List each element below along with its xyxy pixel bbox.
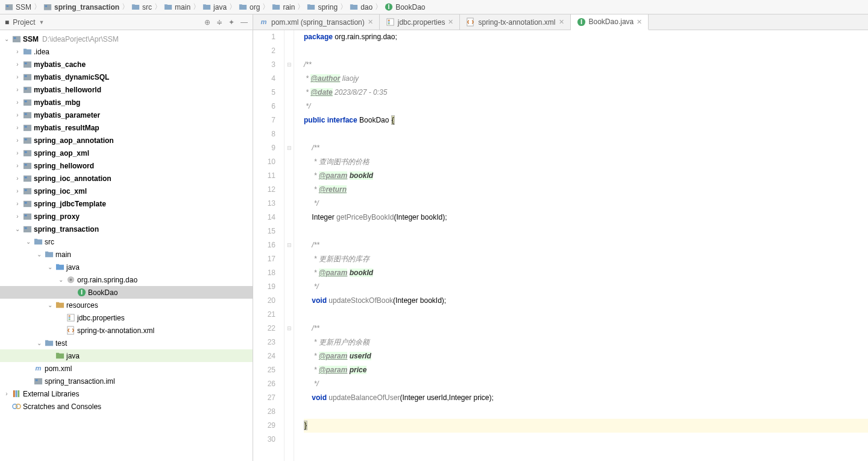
code-line[interactable] <box>304 433 868 447</box>
tab-spring-tx-annotation-xml[interactable]: spring-tx-annotation.xml✕ <box>460 14 570 30</box>
breadcrumb-item[interactable]: rain <box>272 3 295 11</box>
expand-arrow-icon[interactable]: › <box>13 162 22 169</box>
breadcrumb-item[interactable]: BookDao <box>385 3 425 11</box>
breadcrumb-item[interactable]: dao <box>350 3 373 11</box>
expand-arrow-icon[interactable]: ⌄ <box>46 264 54 270</box>
hide-icon[interactable]: — <box>241 18 248 27</box>
code-line[interactable]: * @author liaojy <box>304 72 868 86</box>
settings-icon[interactable]: ✦ <box>228 18 234 27</box>
expand-arrow-icon[interactable]: › <box>13 188 22 194</box>
expand-arrow-icon[interactable]: ⌄ <box>46 302 54 308</box>
tree-item-java[interactable]: ⌄java <box>0 261 253 273</box>
breadcrumb-item[interactable]: spring_transaction <box>43 3 119 11</box>
code-line[interactable]: * @date 2023/8/27 - 0:35 <box>304 86 868 100</box>
code-line[interactable]: * 更新用户的余额 <box>304 335 868 349</box>
breadcrumb-item[interactable]: src <box>131 3 152 11</box>
fold-handle[interactable]: ⊟ <box>285 58 294 72</box>
tree-item-spring-jdbctemplate[interactable]: ›spring_jdbcTemplate <box>0 197 253 210</box>
tree-item-pom-xml[interactable]: ›pom.xml <box>0 362 253 375</box>
expand-arrow-icon[interactable]: › <box>13 61 22 68</box>
expand-arrow-icon[interactable]: › <box>13 200 22 207</box>
tree-item-mybatis-mbg[interactable]: ›mybatis_mbg <box>0 96 253 109</box>
tree-item-src[interactable]: ⌄src <box>0 235 253 248</box>
breadcrumb-item[interactable]: spring <box>307 3 338 11</box>
close-icon[interactable]: ✕ <box>559 18 564 26</box>
tree-item-external-libraries[interactable]: ›External Libraries <box>0 387 253 400</box>
code-line[interactable]: } <box>304 419 868 433</box>
expand-arrow-icon[interactable]: › <box>13 124 22 131</box>
code-line[interactable]: /** <box>304 322 868 335</box>
code-line[interactable]: * @param bookId <box>304 169 868 183</box>
code-line[interactable]: /** <box>304 141 868 155</box>
tree-item-spring-tx-annotation-xml[interactable]: ›spring-tx-annotation.xml <box>0 324 253 337</box>
code-content[interactable]: package org.rain.spring.dao;/** * @autho… <box>294 30 868 461</box>
code-line[interactable]: package org.rain.spring.dao; <box>304 30 868 44</box>
tree-item-org-rain-spring-dao[interactable]: ⌄org.rain.spring.dao <box>0 273 253 286</box>
code-line[interactable] <box>304 127 868 141</box>
tree-item-spring-transaction-iml[interactable]: ›spring_transaction.iml <box>0 375 253 387</box>
tab-pom-xml--spring-transaction-[interactable]: pom.xml (spring_transaction)✕ <box>253 14 380 30</box>
tree-item-spring-ioc-xml[interactable]: ›spring_ioc_xml <box>0 185 253 197</box>
breadcrumb-item[interactable]: java <box>203 3 227 11</box>
expand-arrow-icon[interactable]: › <box>13 137 22 144</box>
code-line[interactable]: */ <box>304 280 868 294</box>
code-line[interactable]: /** <box>304 238 868 252</box>
expand-arrow-icon[interactable]: ⌄ <box>57 276 65 283</box>
fold-handle[interactable]: ⊟ <box>285 322 294 335</box>
tree-item-resources[interactable]: ⌄resources <box>0 299 253 311</box>
close-icon[interactable]: ✕ <box>368 18 373 26</box>
fold-handle[interactable]: ⊟ <box>285 238 294 252</box>
project-dropdown[interactable]: ■ Project ▼ <box>5 18 45 27</box>
code-line[interactable]: */ <box>304 377 868 391</box>
code-area[interactable]: 1234567891011121314151617181920212223242… <box>253 30 868 461</box>
tree-item-spring-transaction[interactable]: ⌄spring_transaction <box>0 223 253 235</box>
code-line[interactable]: * 查询图书的价格 <box>304 155 868 169</box>
code-line[interactable]: /** <box>304 58 868 72</box>
tree-item-spring-ioc-annotation[interactable]: ›spring_ioc_annotation <box>0 172 253 185</box>
tree-item-jdbc-properties[interactable]: ›jdbc.properties <box>0 311 253 324</box>
expand-arrow-icon[interactable]: ⌄ <box>35 340 43 346</box>
tree-item-mybatis-helloworld[interactable]: ›mybatis_helloworld <box>0 83 253 96</box>
code-line[interactable]: * @param price <box>304 363 868 377</box>
code-line[interactable] <box>304 44 868 58</box>
breadcrumb-item[interactable]: main <box>164 3 190 11</box>
code-line[interactable]: * @param userId <box>304 349 868 363</box>
locate-icon[interactable]: ⊕ <box>204 18 210 27</box>
expand-icon[interactable]: ≑ <box>216 18 222 27</box>
tree-item--idea[interactable]: ›.idea <box>0 45 253 58</box>
code-line[interactable]: * @param bookId <box>304 266 868 280</box>
code-line[interactable]: public interface BookDao { <box>304 113 868 127</box>
code-line[interactable]: void updateBalanceOfUser(Integer userId,… <box>304 391 868 405</box>
expand-arrow-icon[interactable]: › <box>13 99 22 106</box>
expand-arrow-icon[interactable]: ⌄ <box>24 238 33 245</box>
expand-arrow-icon[interactable]: › <box>13 86 22 93</box>
tab-jdbc-properties[interactable]: jdbc.properties✕ <box>380 14 461 30</box>
breadcrumb-item[interactable]: org <box>239 3 260 11</box>
tree-item-mybatis-parameter[interactable]: ›mybatis_parameter <box>0 109 253 121</box>
tree-item-test[interactable]: ⌄test <box>0 337 253 349</box>
expand-arrow-icon[interactable]: › <box>13 150 22 156</box>
expand-arrow-icon[interactable]: › <box>13 112 22 118</box>
tree-root[interactable]: ⌄SSMD:\ideaPorject\Apr\SSM <box>0 33 253 45</box>
code-line[interactable]: * @return <box>304 183 868 197</box>
breadcrumb-item[interactable]: SSM <box>5 3 31 11</box>
expand-arrow-icon[interactable]: › <box>13 175 22 182</box>
code-line[interactable] <box>304 308 868 322</box>
expand-arrow-icon[interactable]: › <box>13 48 22 55</box>
tree-item-spring-aop-xml[interactable]: ›spring_aop_xml <box>0 147 253 159</box>
expand-arrow-icon[interactable]: ⌄ <box>13 226 22 232</box>
expand-arrow-icon[interactable]: › <box>13 213 22 220</box>
close-icon[interactable]: ✕ <box>637 18 642 26</box>
close-icon[interactable]: ✕ <box>448 18 453 26</box>
tree-item-main[interactable]: ⌄main <box>0 248 253 261</box>
code-line[interactable]: void updateStockOfBook(Integer bookId); <box>304 294 868 308</box>
tree-item-spring-aop-annotation[interactable]: ›spring_aop_annotation <box>0 134 253 147</box>
expand-arrow-icon[interactable]: › <box>2 390 11 397</box>
tree-item-mybatis-cache[interactable]: ›mybatis_cache <box>0 58 253 71</box>
code-line[interactable]: * 更新图书的库存 <box>304 252 868 266</box>
tree-item-mybatis-dynamicsql[interactable]: ›mybatis_dynamicSQL <box>0 71 253 83</box>
tree-item-bookdao[interactable]: ›BookDao <box>0 286 253 299</box>
tree-item-spring-helloword[interactable]: ›spring_helloword <box>0 159 253 172</box>
expand-arrow-icon[interactable]: › <box>13 74 22 80</box>
code-line[interactable]: */ <box>304 197 868 211</box>
